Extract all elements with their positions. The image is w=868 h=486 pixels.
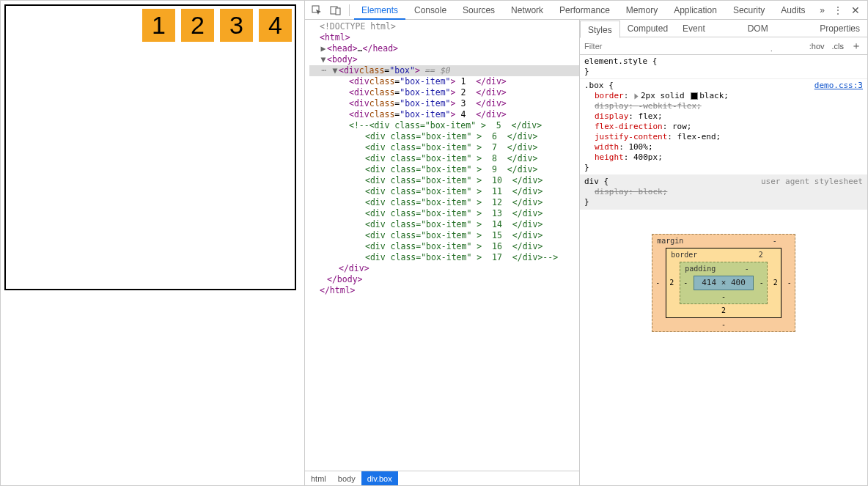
border-left-val: 2 [669, 278, 674, 288]
rule-source-ua: user agent stylesheet [761, 177, 863, 187]
dom-comment-item[interactable]: <div class="box-item" > 10 </div> [309, 175, 579, 186]
body-close[interactable]: body [337, 274, 358, 285]
crumb-divbox[interactable]: div.box [361, 471, 398, 486]
margin-label: margin [657, 236, 683, 246]
tab-elements[interactable]: Elements [354, 1, 405, 20]
html-open[interactable]: html [325, 32, 345, 43]
box-model-content[interactable]: 414 × 400 [694, 276, 754, 290]
dom-box-item[interactable]: <div class="box-item"> 1 </div> [309, 76, 579, 87]
preview-box-item: 1 [142, 9, 175, 42]
dom-comment-item[interactable]: <div class="box-item" > 7 </div> [309, 142, 579, 153]
dom-comment-item[interactable]: <div class="box-item" > 12 </div> [309, 197, 579, 208]
styles-tab-properties[interactable]: Properties [812, 20, 867, 37]
rule-source-link[interactable]: demo.css:3 [814, 81, 863, 91]
expand-toggle[interactable]: ▶ [320, 43, 327, 54]
elements-panel: <!DOCTYPE html> <html> ▶<head>…</head> ▼… [305, 20, 580, 485]
css-prop[interactable]: display: block; [584, 187, 863, 197]
margin-right-val: - [787, 278, 792, 288]
border-top-val: 2 [759, 250, 763, 260]
inspect-element-icon[interactable] [308, 3, 326, 18]
cls-toggle[interactable]: .cls [832, 42, 845, 51]
styles-filter-input[interactable] [580, 42, 809, 51]
css-prop[interactable]: height: 400px; [584, 152, 863, 163]
padding-bottom-val: - [721, 292, 726, 302]
devtools-body: <!DOCTYPE html> <html> ▶<head>…</head> ▼… [305, 20, 867, 485]
margin-bottom-val: - [721, 320, 726, 330]
padding-left-val: - [683, 278, 688, 288]
rule-element-style[interactable]: element.style { } [580, 55, 867, 79]
dom-comment-item[interactable]: <div class="box-item" > 17 </div>--> [309, 252, 579, 263]
styles-tab-eventlisteners[interactable]: Event Listeners [675, 20, 740, 37]
dom-comment-item[interactable]: <div class="box-item" > 13 </div> [309, 208, 579, 219]
rule-div-ua[interactable]: user agent stylesheet div { display: blo… [580, 175, 867, 210]
dom-comment-item[interactable]: <div class="box-item" > 8 </div> [309, 153, 579, 164]
kebab-menu-icon[interactable]: ⋮ [834, 5, 842, 15]
styles-tab-computed[interactable]: Computed [620, 20, 675, 37]
css-prop[interactable]: border: 2px solid black; [584, 91, 863, 101]
dom-tree[interactable]: <!DOCTYPE html> <html> ▶<head>…</head> ▼… [305, 20, 579, 471]
margin-top-val: - [773, 236, 777, 246]
dom-comment-item[interactable]: <div class="box-item" > 6 </div> [309, 131, 579, 142]
styles-tab-styles[interactable]: Styles [580, 21, 620, 38]
html-close[interactable]: html [330, 285, 350, 296]
css-prop[interactable]: display: flex; [584, 111, 863, 122]
border-right-val: 2 [773, 278, 778, 288]
tab-audits[interactable]: Audits [773, 1, 812, 20]
box-model-margin[interactable]: margin - - - - border 2 2 2 2 [652, 234, 795, 332]
dom-box-item[interactable]: <div class="box-item"> 3 </div> [309, 98, 579, 109]
dom-box-item[interactable]: <div class="box-item"> 2 </div> [309, 87, 579, 98]
dom-box-item[interactable]: <div class="box-item"> 4 </div> [309, 109, 579, 120]
devtools: Elements Console Sources Network Perform… [305, 1, 867, 485]
css-prop[interactable]: display: -webkit-flex; [584, 101, 863, 111]
hov-toggle[interactable]: :hov [809, 42, 825, 51]
css-prop[interactable]: width: 100%; [584, 142, 863, 152]
tab-network[interactable]: Network [504, 1, 551, 20]
crumb-html[interactable]: html [305, 471, 332, 486]
styles-content: element.style { } demo.css:3 .box { bord… [580, 55, 867, 485]
dom-comment-item[interactable]: <div class="box-item" > 16 </div> [309, 241, 579, 252]
box-model-border[interactable]: border 2 2 2 2 padding - - - [666, 248, 781, 318]
preview-box-item: 2 [181, 9, 214, 42]
tab-performance[interactable]: Performance [552, 1, 617, 20]
tab-application[interactable]: Application [666, 1, 724, 20]
rule-box[interactable]: demo.css:3 .box { border: 2px solid blac… [580, 79, 867, 175]
tab-security[interactable]: Security [726, 1, 772, 20]
box-model-padding[interactable]: padding - - - - 414 × 400 [680, 262, 768, 304]
head-open[interactable]: head [332, 43, 353, 54]
styles-tab-dombreakpoints[interactable]: DOM Breakpoints [740, 20, 813, 37]
margin-left-val: - [655, 278, 660, 288]
styles-filter-row: :hov .cls ＋ [580, 37, 867, 55]
preview-box-item: 4 [259, 9, 292, 42]
selected-dom-node[interactable]: ⋯ ▼<div class="box">== $0 [309, 65, 579, 76]
doctype-node[interactable]: <!DOCTYPE html> [320, 21, 396, 32]
breadcrumb: html body div.box [305, 471, 579, 485]
css-prop[interactable]: flex-direction: row; [584, 122, 863, 132]
dom-comment-item[interactable]: <div class="box-item" > 11 </div> [309, 186, 579, 197]
crumb-body[interactable]: body [332, 471, 361, 486]
app-root: 1 2 3 4 Elements Console Sources Network… [0, 0, 868, 486]
preview-box: 1 2 3 4 [4, 4, 296, 290]
box-model: margin - - - - border 2 2 2 2 [580, 210, 867, 356]
styles-panel: Styles Computed Event Listeners DOM Brea… [580, 20, 867, 485]
dom-comment-item[interactable]: <div class="box-item" > 15 </div> [309, 230, 579, 241]
padding-right-val: - [760, 278, 764, 288]
dom-comment-item[interactable]: <div class="box-item" > 14 </div> [309, 219, 579, 230]
body-open[interactable]: body [332, 54, 353, 65]
head-close: head [372, 43, 393, 54]
devtools-toolbar: Elements Console Sources Network Perform… [305, 1, 867, 20]
div-close[interactable]: div [349, 263, 364, 274]
css-prop[interactable]: justify-content: flex-end; [584, 132, 863, 142]
expand-toggle[interactable]: ▼ [320, 54, 327, 65]
styles-tabs: Styles Computed Event Listeners DOM Brea… [580, 20, 867, 37]
tab-console[interactable]: Console [407, 1, 454, 20]
add-rule-icon[interactable]: ＋ [851, 40, 861, 53]
dom-comment-item[interactable]: <div class="box-item" > 9 </div> [309, 164, 579, 175]
more-tabs-icon[interactable]: » [820, 5, 825, 15]
padding-top-val: - [745, 264, 749, 274]
close-icon[interactable]: ✕ [851, 4, 860, 16]
toggle-device-icon[interactable] [327, 3, 345, 18]
tab-sources[interactable]: Sources [455, 1, 502, 20]
dom-comment-item[interactable]: <!--<div class="box-item" > 5 </div> [309, 120, 579, 131]
border-label: border [671, 250, 697, 260]
tab-memory[interactable]: Memory [619, 1, 665, 20]
